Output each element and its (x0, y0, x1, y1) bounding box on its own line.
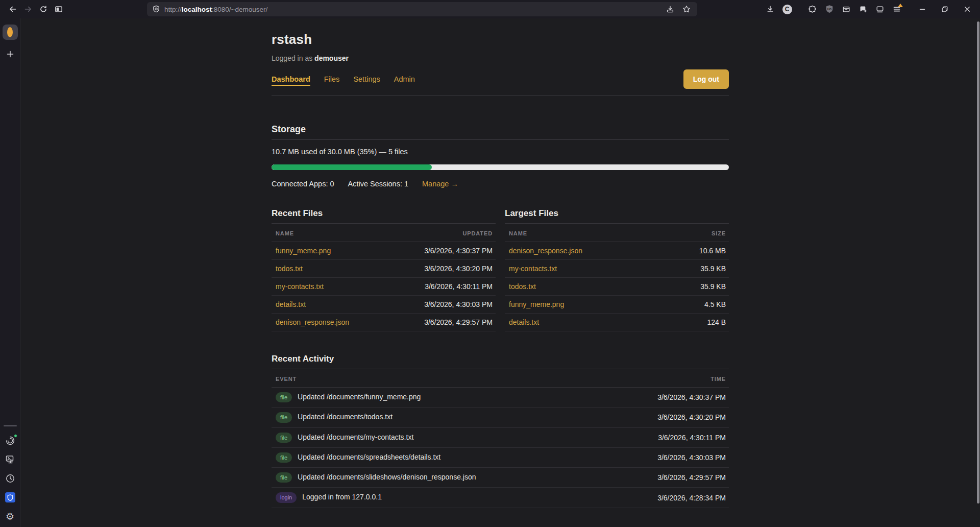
restore-button[interactable] (937, 2, 952, 16)
event-text: Updated /documents/funny_meme.png (298, 393, 421, 401)
sidebar-divider (4, 425, 17, 426)
new-container-tab-button[interactable] (855, 2, 871, 16)
file-link[interactable]: denison_response.json (276, 318, 349, 326)
save-page-button[interactable] (664, 3, 677, 15)
chatgpt-sidebar-button[interactable] (5, 435, 16, 446)
puzzle-piece-icon (808, 5, 817, 13)
ublock-badge-text: UO (827, 8, 832, 11)
file-link[interactable]: funny_meme.png (509, 300, 564, 308)
history-button[interactable] (5, 473, 16, 484)
nav-files[interactable]: Files (324, 75, 340, 83)
logged-in-status: Logged in as demouser (272, 54, 729, 62)
download-icon (766, 5, 774, 13)
forward-button[interactable] (20, 2, 36, 16)
nav-dashboard[interactable]: Dashboard (272, 75, 310, 83)
cell-value: 124 B (663, 314, 729, 331)
cell-value: 3/6/2026, 4:30:20 PM (607, 408, 729, 427)
menu-button[interactable] (889, 2, 904, 16)
reload-button[interactable] (36, 2, 51, 16)
downloads-button[interactable] (763, 2, 778, 16)
settings-button[interactable]: ⚙ (5, 511, 16, 522)
largest-files-section: Largest Files NAME SIZE denison_response… (505, 208, 729, 331)
file-badge: file (276, 433, 292, 443)
page-content: rstash Logged in as demouser Dashboard F… (20, 18, 980, 527)
archive-box-button[interactable] (839, 2, 854, 16)
cell-value: 35.9 KB (663, 260, 729, 278)
file-link[interactable]: my-contacts.txt (276, 282, 324, 291)
file-link[interactable]: denison_response.json (509, 247, 582, 255)
column-header-updated: UPDATED (387, 224, 496, 242)
tracking-protection-shield-icon[interactable] (151, 3, 161, 15)
reader-panel-button[interactable] (872, 2, 888, 16)
minimize-button[interactable] (915, 2, 930, 16)
nav-admin[interactable]: Admin (394, 75, 415, 83)
logout-button[interactable]: Log out (683, 69, 729, 89)
back-button[interactable] (5, 2, 20, 16)
cell-value: 3/6/2026, 4:29:57 PM (607, 468, 729, 488)
nav-settings[interactable]: Settings (353, 75, 380, 83)
storage-progress-fill (272, 164, 432, 170)
active-sessions-stat: Active Sessions: 1 (348, 180, 408, 188)
file-badge: file (276, 452, 292, 463)
new-tab-button[interactable] (3, 47, 17, 61)
column-header-event: EVENT (272, 369, 607, 388)
ublock-origin-button[interactable]: UO (822, 2, 837, 16)
table-row: details.txt124 B (505, 314, 729, 331)
table-row: details.txt3/6/2026, 4:30:03 PM (272, 296, 496, 314)
cell-value: 3/6/2026, 4:30:03 PM (387, 296, 496, 314)
table-row: denison_response.json10.6 MB (505, 242, 729, 260)
file-link[interactable]: todos.txt (276, 265, 303, 273)
restore-window-icon (941, 5, 949, 13)
close-button[interactable] (960, 2, 975, 16)
event-text: Updated /documents/slideshows/denison_re… (298, 473, 476, 481)
column-header-name: NAME (505, 224, 663, 242)
gear-icon: ⚙ (6, 512, 14, 521)
column-header-time: TIME (607, 369, 729, 388)
page-title: rstash (272, 32, 729, 47)
storage-progress-bar (272, 164, 729, 170)
plus-icon (7, 51, 14, 58)
connected-apps-stat: Connected Apps: 0 (272, 180, 334, 188)
table-row: todos.txt3/6/2026, 4:30:20 PM (272, 260, 496, 278)
bookmark-star-button[interactable] (680, 3, 693, 15)
file-link[interactable]: my-contacts.txt (509, 265, 557, 273)
file-badge: file (276, 392, 292, 402)
extensions-button[interactable] (805, 2, 820, 16)
panel-rectangle-icon (876, 5, 884, 13)
cell-value: 3/6/2026, 4:29:57 PM (387, 314, 496, 331)
back-arrow-icon (9, 5, 17, 13)
column-header-name: NAME (272, 224, 387, 242)
table-row: loginLogged in from 127.0.0.13/6/2026, 4… (272, 488, 729, 508)
largest-files-table: NAME SIZE denison_response.json10.6 MBmy… (505, 224, 729, 331)
scrollbar-thumb[interactable] (977, 21, 979, 504)
file-link[interactable]: todos.txt (509, 282, 536, 291)
screen-capture-button[interactable] (5, 454, 16, 465)
cell-value: 3/6/2026, 4:28:34 PM (607, 488, 729, 508)
minimize-icon (918, 5, 926, 13)
extension-c-button[interactable]: C (779, 2, 795, 16)
chatgpt-swirl-icon (5, 436, 15, 446)
cell-value: 3/6/2026, 4:30:37 PM (607, 388, 729, 408)
table-row: fileUpdated /documents/slideshows/deniso… (272, 468, 729, 488)
manage-link[interactable]: Manage → (422, 180, 458, 188)
file-link[interactable]: details.txt (509, 318, 539, 326)
file-link[interactable]: funny_meme.png (276, 247, 331, 255)
sidebar-toggle-button[interactable] (51, 2, 66, 16)
forward-arrow-icon (24, 5, 32, 13)
file-badge: file (276, 472, 292, 483)
table-row: denison_response.json3/6/2026, 4:29:57 P… (272, 314, 496, 331)
monitor-photo-icon (5, 454, 15, 465)
table-row: funny_meme.png3/6/2026, 4:30:37 PM (272, 242, 496, 260)
url-bar[interactable]: http://localhost:8080/~demouser/ (147, 2, 697, 16)
bookmark-star-icon (682, 5, 691, 13)
login-badge: login (276, 492, 297, 502)
vertical-tab-strip: ⚙ (0, 18, 20, 527)
cell-value: 3/6/2026, 4:30:11 PM (607, 427, 729, 447)
table-row: my-contacts.txt3/6/2026, 4:30:11 PM (272, 278, 496, 296)
url-text[interactable]: http://localhost:8080/~demouser/ (164, 6, 660, 13)
file-link[interactable]: details.txt (276, 300, 306, 308)
tab-rstash[interactable] (3, 25, 18, 40)
table-row: fileUpdated /documents/my-contacts.txt3/… (272, 427, 729, 447)
bitwarden-button[interactable] (5, 492, 16, 503)
event-text: Updated /documents/spreadsheets/details.… (298, 453, 440, 461)
